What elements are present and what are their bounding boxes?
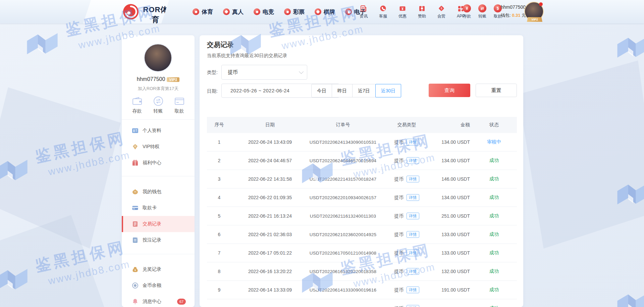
page-subtitle: 当前系统支持查询最近30日的交易记录: [207, 53, 287, 59]
money-bag-icon: ¥: [132, 266, 139, 273]
quick-action-label: 转账: [154, 108, 163, 114]
quick-link-label: 合营: [437, 13, 445, 19]
sidebar-item-bets[interactable]: 投注记录: [122, 232, 195, 248]
cell-no: 9: [207, 287, 231, 293]
wallet-action-label: 转账: [478, 13, 486, 19]
quick-link-news[interactable]: 资讯: [356, 0, 372, 24]
sidebar-item-withdraw-card[interactable]: 取款卡: [122, 200, 195, 216]
cell-type: 提币详情: [377, 157, 436, 164]
top-header: ROR体育 ROR SPORTS 体育 真人 电竞 彩票: [0, 0, 644, 24]
cell-status: 成功: [471, 158, 517, 164]
sidebar-item-label: 交易记录: [143, 221, 161, 227]
sidebar-item-label: 兑奖记录: [143, 266, 161, 272]
range-7days-button[interactable]: 近7日: [352, 84, 376, 97]
withdraw-button[interactable]: 取款: [174, 93, 185, 114]
join-days-text: 加入ROR体育第17天: [122, 86, 195, 92]
cell-status: 成功: [471, 194, 517, 201]
detail-button[interactable]: 详情: [407, 231, 419, 238]
quick-link-label: 赞助: [418, 13, 426, 19]
sidebar-item-label: 投注记录: [143, 237, 161, 243]
wallet-action-label: 存款: [463, 13, 471, 19]
detail-button[interactable]: 详情: [407, 176, 419, 182]
detail-button[interactable]: 详情: [407, 305, 419, 307]
nav-item-chess[interactable]: 棋牌: [315, 8, 335, 16]
quick-link-support[interactable]: 客服: [375, 0, 391, 24]
detail-button[interactable]: 详情: [407, 287, 419, 293]
cell-date: 2022-06-21 16:13:24: [231, 213, 309, 219]
query-button[interactable]: 查询: [429, 84, 470, 97]
logo[interactable]: ROR体育 ROR SPORTS: [83, 0, 169, 24]
table-row: 6 2022-06-21 02:36:03 USDT20220621023602…: [207, 225, 517, 244]
quick-link-label: 优惠: [398, 13, 407, 19]
wallet-icon: [132, 96, 143, 106]
quick-link-partner[interactable]: 合营: [433, 0, 449, 24]
vip-ribbon: VIP1: [527, 17, 542, 22]
slots-pacman-icon: [345, 8, 352, 15]
cell-type: 提币详情: [377, 213, 436, 219]
cell-amount: 134.00 USDT: [436, 139, 471, 145]
cell-date: 2022-06-22 14:31:58: [231, 176, 309, 182]
wallet-actions: ¥ 存款 ⇄ 转账 $ 取款: [461, 0, 504, 24]
id-card-icon: [132, 127, 139, 134]
detail-button[interactable]: 详情: [407, 213, 419, 219]
quick-link-sponsor[interactable]: 赞助: [414, 0, 430, 24]
table-row: 2 2022-06-24 04:46:57 USDT20220624044657…: [207, 151, 517, 170]
sidebar-item-messages[interactable]: 消息中心 67: [122, 294, 195, 307]
table-row: 7 2022-06-17 05:01:22 USDT20220617050121…: [207, 244, 517, 262]
range-30days-button[interactable]: 近30日: [375, 84, 401, 97]
sidebar-item-profile[interactable]: 个人资料: [122, 123, 195, 139]
reset-button[interactable]: 重置: [476, 84, 517, 97]
watermark-shield-icon: [0, 267, 35, 299]
coin-icon: [132, 282, 139, 289]
transfer-button[interactable]: 转账: [153, 93, 164, 114]
column-type: 交易类型: [377, 122, 436, 128]
nav-item-sports[interactable]: 体育: [193, 8, 213, 16]
quick-link-promo[interactable]: ¥ 优惠: [394, 0, 411, 24]
table-row: 1 2022-06-24 13:43:09 USDT20220624134309…: [207, 133, 517, 151]
sidebar-item-transactions[interactable]: 交易记录: [122, 216, 195, 232]
range-today-button[interactable]: 今日: [311, 84, 332, 97]
deposit-button[interactable]: 存款: [132, 93, 143, 114]
message-count-badge: 67: [177, 299, 186, 305]
sidebar-item-welfare[interactable]: 福利中心: [122, 155, 195, 171]
sidebar-item-coin-balance[interactable]: 金币余额: [122, 277, 195, 294]
cell-order: USDT202206220109340026157: [309, 195, 377, 200]
transfer-button[interactable]: ⇄ 转账: [476, 0, 488, 24]
detail-button[interactable]: 详情: [407, 250, 419, 256]
main-nav: 体育 真人 电竞 彩票 棋牌 电子: [193, 0, 366, 24]
watermark-shield-icon: [0, 158, 35, 190]
range-yesterday-button[interactable]: 昨日: [332, 84, 353, 97]
bell-icon: [132, 298, 139, 305]
cell-status: 成功: [471, 268, 517, 274]
sidebar-item-label: VIP特权: [143, 144, 160, 150]
avatar[interactable]: VIP1: [524, 2, 544, 21]
deposit-button[interactable]: ¥ 存款: [461, 0, 473, 24]
nav-item-esports[interactable]: 电竞: [254, 8, 274, 16]
detail-button[interactable]: 详情: [407, 268, 419, 275]
cell-order: USDT202206221431570018247: [309, 177, 377, 182]
cell-no: 5: [207, 213, 231, 219]
nav-item-live[interactable]: 真人: [223, 8, 244, 16]
divider: [122, 176, 195, 176]
sidebar-item-wallet[interactable]: 我的钱包: [122, 184, 195, 200]
cell-status: 成功: [471, 213, 517, 219]
type-select[interactable]: 提币: [221, 65, 307, 80]
wallet-balance: 0.31: [512, 13, 520, 18]
type-label: 提币: [394, 139, 404, 145]
nav-item-lottery[interactable]: 彩票: [284, 8, 305, 16]
cell-amount: 251.00 USDT: [436, 213, 471, 219]
sidebar-item-rewards[interactable]: ¥ 兑奖记录: [122, 261, 195, 277]
date-range-presets: 今日 昨日 近7日 近30日: [311, 84, 401, 97]
sidebar-item-vip[interactable]: VIP特权: [122, 139, 195, 155]
detail-button[interactable]: 详情: [407, 194, 419, 201]
detail-button[interactable]: 详情: [407, 139, 419, 145]
chevron-down-icon: [299, 69, 304, 74]
watermark: 鉴黑担保网www.jhdb8.com: [617, 23, 644, 73]
cell-status: 成功: [471, 305, 517, 307]
live-casino-icon: [223, 8, 230, 15]
nav-label: 真人: [232, 8, 244, 16]
cell-no: 3: [207, 176, 231, 182]
customer-service-icon: [379, 5, 387, 12]
piggy-bank-icon: [132, 188, 139, 195]
detail-button[interactable]: 详情: [407, 157, 419, 164]
